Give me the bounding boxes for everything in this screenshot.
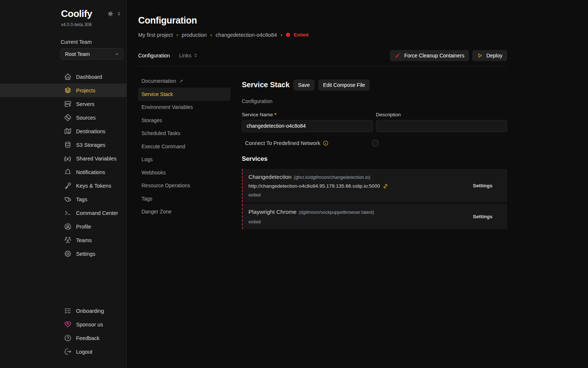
sidebar-item-sources[interactable]: Sources	[0, 111, 126, 124]
bell-icon	[64, 168, 72, 176]
sidebar-item-label: Settings	[76, 251, 95, 257]
team-select[interactable]: Root Team	[60, 48, 123, 60]
tab-links[interactable]: Links	[179, 53, 198, 59]
subnav-item-storages[interactable]: Storages	[138, 114, 230, 127]
home-icon	[64, 73, 72, 81]
resource-subnav: Documentation ↗ Service Stack Environmen…	[138, 75, 230, 229]
chevron-right-icon: ›	[210, 32, 212, 38]
service-image: (dgtlmoon/sockpuppetbrowser:latest)	[299, 210, 374, 215]
variable-icon: (x)	[64, 156, 72, 162]
sidebar-item-feedback[interactable]: Feedback	[0, 331, 126, 345]
sidebar-item-label: Tags	[76, 197, 87, 202]
sidebar-item-keys-tokens[interactable]: Keys & Tokens	[0, 179, 126, 192]
service-status: exited	[248, 219, 473, 224]
app-logo[interactable]: Coolify	[61, 8, 92, 20]
heart-handshake-icon	[64, 321, 72, 328]
theme-sun-icon[interactable]	[107, 10, 114, 17]
users-group-icon	[64, 236, 72, 244]
logout-icon	[64, 348, 72, 355]
sidebar-item-label: Onboarding	[76, 308, 104, 314]
subnav-item-label: Execute Command	[141, 144, 185, 149]
subnav-item-label: Storages	[141, 117, 162, 123]
chevron-down-icon	[114, 52, 119, 57]
service-settings-button[interactable]: Settings	[473, 214, 492, 219]
key-icon	[64, 182, 72, 190]
sidebar-item-shared-variables[interactable]: (x) Shared Variables	[0, 152, 126, 165]
sidebar-item-settings[interactable]: Settings	[0, 247, 126, 261]
info-icon[interactable]	[323, 140, 329, 146]
subnav-item-label: Logs	[141, 156, 153, 162]
database-icon	[64, 141, 72, 149]
description-field-group: Description	[376, 112, 507, 132]
deploy-button[interactable]: Deploy	[472, 50, 507, 61]
subnav-item-webhooks[interactable]: Webhooks	[138, 166, 230, 179]
deploy-label: Deploy	[486, 53, 502, 59]
save-button[interactable]: Save	[293, 79, 315, 91]
theme-selector-chevrons-icon[interactable]	[116, 11, 121, 16]
page-title: Configuration	[138, 15, 507, 26]
help-circle-icon	[64, 334, 72, 342]
sidebar-item-label: Command Center	[76, 210, 118, 216]
subnav-item-documentation[interactable]: Documentation ↗	[138, 75, 230, 88]
force-cleanup-button[interactable]: Force Cleanup Containers	[390, 50, 469, 61]
gear-icon	[64, 250, 72, 258]
sidebar-item-label: Destinations	[76, 128, 105, 134]
sidebar-item-destinations[interactable]: Destinations	[0, 124, 126, 138]
service-stack-panel: Service Stack Save Edit Compose File Con…	[242, 75, 507, 229]
edit-compose-file-button[interactable]: Edit Compose File	[318, 79, 370, 91]
service-name: Playwright Chrome	[248, 209, 297, 215]
link-icon[interactable]	[383, 183, 388, 189]
subnav-item-tags[interactable]: Tags	[138, 192, 230, 205]
sidebar-item-command-center[interactable]: Command Center	[0, 206, 126, 220]
checklist-icon	[64, 307, 72, 315]
server-icon	[64, 100, 72, 108]
sidebar-item-label: Servers	[76, 101, 94, 107]
play-icon	[477, 53, 483, 59]
sidebar-item-sponsor[interactable]: Sponsor us	[0, 318, 126, 331]
sidebar-item-label: Teams	[76, 237, 92, 243]
sidebar-item-dashboard[interactable]: Dashboard	[0, 70, 126, 84]
tab-configuration[interactable]: Configuration	[138, 53, 170, 59]
description-input[interactable]	[376, 120, 507, 132]
subnav-item-service-stack[interactable]: Service Stack	[138, 88, 230, 101]
sidebar-item-projects[interactable]: Projects	[0, 84, 126, 97]
service-settings-button[interactable]: Settings	[473, 183, 492, 188]
required-asterisk: *	[275, 112, 276, 117]
sidebar-item-label: S3 Storages	[76, 142, 105, 148]
brand-row: Coolify	[0, 8, 126, 20]
sidebar-item-servers[interactable]: Servers	[0, 97, 126, 111]
breadcrumb-project[interactable]: My first project	[138, 32, 173, 38]
subnav-item-label: Documentation	[141, 78, 176, 84]
sidebar: Coolify v4.0.0-beta.306 Current Team Roo…	[0, 0, 127, 368]
external-link-icon: ↗	[179, 78, 183, 84]
subnav-item-execute-command[interactable]: Execute Command	[138, 140, 230, 153]
sidebar-item-s3-storages[interactable]: S3 Storages	[0, 138, 126, 152]
subnav-item-scheduled-tasks[interactable]: Scheduled Tasks	[138, 127, 230, 140]
sidebar-item-logout[interactable]: Logout	[0, 345, 126, 358]
team-select-value: Root Team	[65, 51, 90, 57]
sidebar-item-teams[interactable]: Teams	[0, 233, 126, 247]
status-dot-icon	[286, 33, 290, 37]
breadcrumb-resource[interactable]: changedetection-o4c8o84	[216, 32, 277, 38]
subnav-item-environment-variables[interactable]: Environment Variables	[138, 101, 230, 114]
service-status: exited	[248, 192, 473, 198]
service-url-link[interactable]: http://changedetection-o4c8o84.95.179.13…	[248, 183, 380, 189]
subnav-item-danger-zone[interactable]: Danger Zone	[138, 205, 230, 219]
sidebar-item-label: Feedback	[76, 335, 100, 341]
breadcrumb: My first project › production › changede…	[138, 32, 507, 38]
subnav-item-label: Danger Zone	[141, 209, 172, 215]
sidebar-item-notifications[interactable]: Notifications	[0, 165, 126, 179]
subnav-item-label: Tags	[141, 196, 153, 202]
sidebar-item-profile[interactable]: Profile	[0, 220, 126, 233]
subnav-item-resource-operations[interactable]: Resource Operations	[138, 179, 230, 192]
sidebar-item-label: Sponsor us	[76, 322, 103, 328]
service-name-input[interactable]	[242, 120, 373, 132]
sidebar-item-tags[interactable]: Tags	[0, 192, 126, 206]
tab-links-label: Links	[179, 53, 191, 59]
breadcrumb-environment[interactable]: production	[182, 32, 207, 38]
description-label: Description	[376, 112, 401, 117]
sidebar-item-onboarding[interactable]: Onboarding	[0, 304, 126, 318]
subnav-item-logs[interactable]: Logs	[138, 153, 230, 166]
broom-icon	[395, 52, 401, 59]
predefined-network-checkbox[interactable]	[372, 140, 379, 146]
